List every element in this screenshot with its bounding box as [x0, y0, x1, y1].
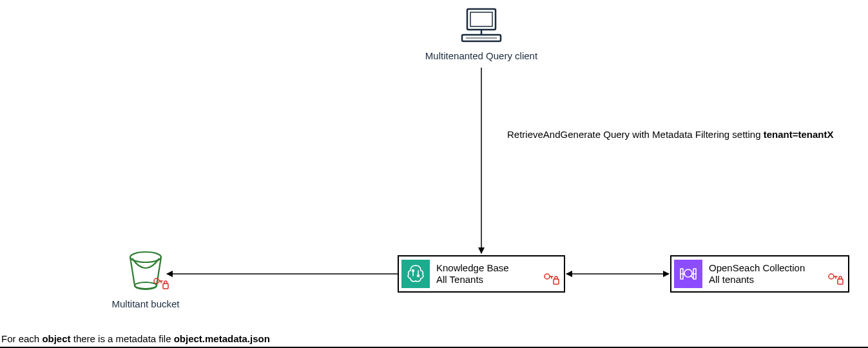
footnote-p1: For each [1, 333, 42, 344]
footnote-p2: there is a metadata file [71, 333, 174, 344]
bucket-label: Multitant bucket [103, 298, 188, 309]
client-node [459, 6, 504, 46]
svg-rect-31 [163, 284, 168, 289]
svg-point-28 [154, 278, 159, 284]
key-lock-icon [827, 271, 844, 287]
svg-point-12 [545, 274, 550, 279]
edge-client-kb-label: RetrieveAndGenerate Query with Metadata … [507, 129, 842, 140]
brain-circuit-icon [405, 263, 427, 285]
opensearch-icon [677, 263, 699, 285]
svg-rect-4 [470, 12, 492, 26]
kb-title: Knowledge Base [436, 262, 509, 274]
client-label: Multitenanted Query client [419, 50, 544, 61]
svg-point-22 [829, 274, 834, 279]
os-subtitle: All tenants [709, 274, 805, 285]
key-lock-icon [153, 276, 169, 291]
os-title: OpenSeach Collection [709, 262, 805, 274]
key-lock-icon [543, 271, 560, 287]
knowledge-base-node: Knowledge Base All Tenants [398, 255, 565, 293]
footnote-b1: object [42, 333, 70, 344]
footnote-b2: object.metadata.json [174, 333, 270, 344]
edge-label-bold: tenant=tenantX [764, 129, 834, 140]
opensearch-node: OpenSeach Collection All tenants [670, 255, 849, 293]
computer-icon [461, 6, 502, 44]
edge-label-text: RetrieveAndGenerate Query with Metadata … [507, 129, 764, 140]
kb-subtitle: All Tenants [436, 274, 509, 285]
footnote: For each object there is a metadata file… [1, 333, 270, 344]
svg-rect-15 [554, 279, 559, 284]
svg-rect-25 [838, 279, 843, 284]
svg-point-26 [130, 252, 161, 262]
bucket-node [124, 249, 167, 292]
